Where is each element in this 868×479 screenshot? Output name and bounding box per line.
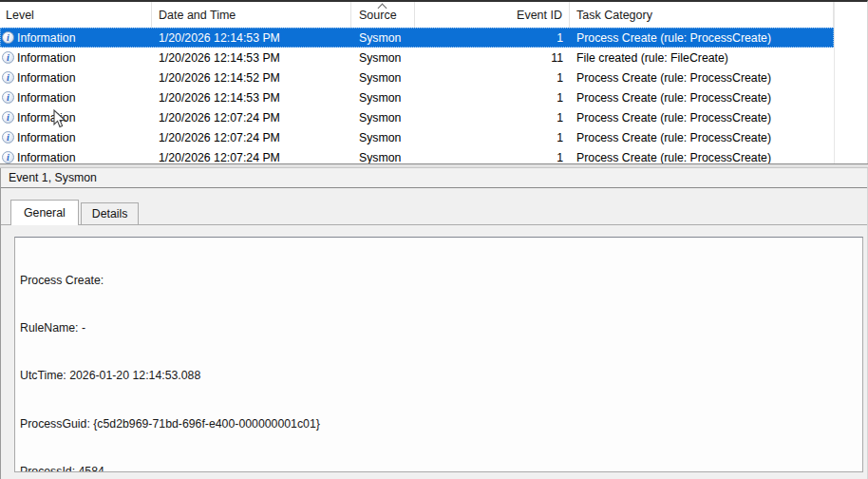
datetime-cell: 1/20/2026 12:14:53 PM — [152, 48, 351, 67]
task-category-cell: Process Create (rule: ProcessCreate) — [570, 127, 834, 147]
level-label: Information — [17, 111, 76, 125]
level-label: Information — [17, 131, 76, 144]
event-id-cell: 1 — [415, 87, 570, 107]
event-id-cell: 1 — [415, 28, 570, 48]
task-category-cell: Process Create (rule: ProcessCreate) — [570, 107, 834, 127]
information-icon — [2, 131, 14, 144]
column-header-event-id[interactable]: Event ID — [415, 2, 570, 28]
tab-details[interactable]: Details — [81, 202, 140, 224]
information-icon — [2, 31, 14, 44]
task-category-cell: Process Create (rule: ProcessCreate) — [570, 67, 834, 87]
level-label: Information — [17, 51, 76, 65]
column-header-level[interactable]: Level — [0, 2, 152, 28]
event-id-cell: 1 — [415, 127, 570, 147]
event-list-header: Level Date and Time Source Event ID Task… — [0, 2, 867, 28]
table-row[interactable]: Information 1/20/2026 12:14:53 PM Sysmon… — [0, 48, 834, 67]
event-id-cell: 1 — [415, 107, 570, 127]
task-category-cell: Process Create (rule: ProcessCreate) — [570, 87, 834, 107]
tab-strip: General Details — [1, 188, 867, 224]
table-row[interactable]: Information 1/20/2026 12:07:24 PM Sysmon… — [0, 127, 834, 147]
source-cell: Sysmon — [351, 147, 415, 163]
detail-line: RuleName: - — [20, 320, 859, 336]
source-cell: Sysmon — [351, 87, 415, 107]
information-icon — [2, 51, 14, 64]
level-label: Information — [17, 151, 76, 164]
source-cell: Sysmon — [351, 107, 415, 127]
event-title: Event 1, Sysmon — [1, 168, 867, 188]
sort-ascending-icon — [378, 3, 386, 10]
information-icon — [2, 111, 14, 124]
event-id-cell: 11 — [415, 48, 570, 67]
column-header-date-and-time[interactable]: Date and Time — [152, 2, 351, 28]
table-row[interactable]: Information 1/20/2026 12:07:24 PM Sysmon… — [0, 107, 834, 127]
source-cell: Sysmon — [351, 48, 415, 67]
level-label: Information — [17, 71, 76, 85]
column-header-task-category[interactable]: Task Category — [570, 2, 834, 28]
detail-line: Process Create: — [20, 273, 859, 289]
datetime-cell: 1/20/2026 12:14:52 PM — [152, 67, 351, 87]
table-row[interactable]: Information 1/20/2026 12:07:24 PM Sysmon… — [0, 147, 834, 163]
general-tab-content: Process Create: RuleName: - UtcTime: 202… — [1, 224, 867, 478]
detail-line: ProcessId: 4584 — [20, 464, 859, 472]
task-category-cell: Process Create (rule: ProcessCreate) — [570, 147, 834, 163]
event-list-panel: Level Date and Time Source Event ID Task… — [0, 0, 868, 163]
event-detail-panel: Event 1, Sysmon General Details Process … — [0, 168, 868, 479]
tab-general[interactable]: General — [10, 200, 79, 225]
task-category-cell: Process Create (rule: ProcessCreate) — [570, 28, 834, 48]
datetime-cell: 1/20/2026 12:14:53 PM — [152, 28, 351, 48]
event-id-cell: 1 — [415, 67, 570, 87]
datetime-cell: 1/20/2026 12:07:24 PM — [152, 147, 351, 163]
task-category-cell: File created (rule: FileCreate) — [570, 48, 834, 67]
event-description-box[interactable]: Process Create: RuleName: - UtcTime: 202… — [14, 237, 863, 472]
information-icon — [2, 71, 14, 84]
table-row[interactable]: Information 1/20/2026 12:14:53 PM Sysmon… — [0, 28, 834, 48]
event-id-cell: 1 — [415, 147, 570, 163]
source-cell: Sysmon — [351, 28, 415, 48]
level-label: Information — [17, 31, 76, 45]
source-cell: Sysmon — [351, 67, 415, 87]
table-row[interactable]: Information 1/20/2026 12:14:53 PM Sysmon… — [0, 87, 834, 107]
information-icon — [2, 91, 14, 104]
information-icon — [2, 151, 14, 163]
datetime-cell: 1/20/2026 12:07:24 PM — [152, 107, 351, 127]
detail-line: ProcessGuid: {c5d2b969-71bd-696f-e400-00… — [20, 416, 859, 432]
source-cell: Sysmon — [351, 127, 415, 147]
column-divider — [834, 2, 835, 163]
datetime-cell: 1/20/2026 12:07:24 PM — [152, 127, 351, 147]
detail-line: UtcTime: 2026-01-20 12:14:53.088 — [20, 368, 859, 384]
table-row[interactable]: Information 1/20/2026 12:14:52 PM Sysmon… — [0, 67, 834, 87]
datetime-cell: 1/20/2026 12:14:53 PM — [152, 87, 351, 107]
level-label: Information — [17, 91, 76, 105]
